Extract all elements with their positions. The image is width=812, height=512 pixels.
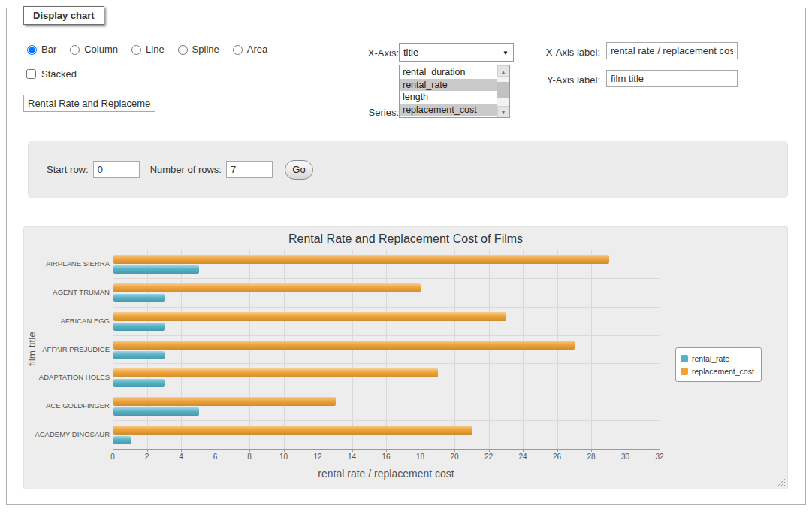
gridline [660, 250, 660, 449]
x-axis-label-field-label: X-Axis label: [525, 47, 600, 58]
x-tick-label: 22 [474, 453, 504, 461]
resize-handle-icon[interactable] [777, 478, 785, 486]
legend-item[interactable]: replacement_cost [681, 365, 754, 377]
x-tick-label: 16 [371, 453, 401, 461]
chart-title: Rental Rate and Replacement Cost of Film… [24, 232, 787, 246]
bar-replacement_cost [113, 397, 336, 406]
gridline [113, 420, 660, 421]
rows-panel: Start row: Number of rows: Go [28, 141, 788, 198]
series-option[interactable]: rental_duration [400, 66, 497, 79]
y-axis-label-field-label: Y-Axis label: [525, 74, 600, 86]
chart-type-line-label: Line [146, 44, 165, 55]
chart-type-area[interactable]: Area [229, 43, 267, 55]
bar-replacement_cost [113, 368, 438, 377]
x-tick-label: 32 [644, 453, 675, 461]
gridline [626, 250, 626, 449]
series-field-label: Series: [337, 107, 399, 118]
gridline [113, 392, 660, 392]
gridline [113, 307, 660, 308]
scroll-up-icon[interactable]: ▲ [497, 65, 509, 77]
x-axis-field-label: X-Axis: [337, 47, 399, 59]
x-axis-select[interactable]: title [400, 44, 513, 61]
chart-type-line-radio[interactable] [131, 45, 141, 55]
gridline [113, 250, 660, 250]
x-tick-label: 20 [439, 453, 469, 461]
category-label: AFRICAN EGG [26, 317, 110, 325]
x-tick-label: 6 [201, 453, 231, 461]
x-axis-line [113, 449, 660, 450]
bar-replacement_cost [113, 255, 609, 264]
category-label: AGENT TRUMAN [26, 288, 110, 296]
x-tick-label: 4 [166, 453, 196, 461]
bar-rental_rate [113, 351, 165, 359]
category-label: ADAPTATION HOLES [26, 373, 110, 381]
legend-swatch [681, 355, 688, 362]
series-listbox-scrollbar[interactable]: ▲ ▼ [497, 65, 509, 117]
axis-tick [660, 449, 660, 452]
chart-type-column[interactable]: Column [66, 43, 118, 55]
chart-type-bar-label: Bar [41, 44, 56, 55]
series-option[interactable]: replacement_cost [400, 104, 497, 117]
x-tick-label: 14 [337, 453, 367, 461]
category-label: ACE GOLDFINGER [26, 401, 110, 410]
chart-type-bar[interactable]: Bar [23, 43, 56, 55]
legend-label: rental_rate [692, 354, 729, 363]
x-tick-label: 24 [508, 453, 538, 461]
legend-item[interactable]: rental_rate [681, 352, 754, 365]
series-listbox-options: rental_durationrental_ratelengthreplacem… [400, 65, 497, 117]
scroll-down-icon[interactable]: ▼ [497, 106, 509, 117]
chart-type-spline-label: Spline [192, 44, 219, 55]
bar-rental_rate [113, 294, 165, 302]
chart-type-area-label: Area [247, 44, 267, 55]
x-tick-label: 8 [234, 453, 264, 461]
series-option[interactable]: rental_rate [400, 79, 497, 92]
x-axis-title: rental rate / replacement cost [113, 468, 660, 480]
x-tick-label: 0 [98, 453, 128, 461]
x-tick-label: 18 [406, 453, 436, 461]
bar-replacement_cost [113, 312, 506, 321]
x-tick-label: 2 [132, 453, 162, 461]
gridline [591, 250, 592, 449]
display-chart-panel: Display chart Bar Column Line Spline Are… [6, 8, 806, 505]
chart-type-spline-radio[interactable] [178, 45, 188, 55]
chart-type-bar-radio[interactable] [27, 45, 37, 55]
bar-rental_rate [113, 436, 131, 444]
chart-title-input[interactable] [23, 95, 155, 112]
x-tick-label: 28 [576, 453, 606, 461]
bar-replacement_cost [113, 426, 472, 435]
x-tick-label: 30 [611, 453, 641, 461]
x-tick-label: 10 [269, 453, 299, 461]
chart-type-group: Bar Column Line Spline Area [23, 43, 267, 55]
x-axis-select-box: title ▼ [399, 43, 514, 62]
bar-rental_rate [113, 407, 199, 416]
bar-replacement_cost [113, 341, 575, 350]
chart-panel: Rental Rate and Replacement Cost of Film… [23, 226, 788, 489]
chart-type-spline[interactable]: Spline [174, 43, 219, 55]
series-option[interactable]: length [400, 91, 497, 104]
stacked-checkbox[interactable] [26, 69, 36, 79]
stacked-option[interactable]: Stacked [23, 67, 77, 81]
x-tick-label: 26 [542, 453, 572, 461]
scrollbar-thumb[interactable] [497, 82, 509, 98]
plot-area [113, 250, 660, 449]
chart-type-line[interactable]: Line [128, 43, 165, 55]
chart-legend: rental_ratereplacement_cost [675, 347, 762, 382]
category-label: ACADEMY DINOSAUR [26, 430, 110, 438]
legend-label: replacement_cost [692, 367, 754, 376]
bar-replacement_cost [113, 283, 421, 292]
y-axis-label-input[interactable] [606, 70, 738, 87]
gridline [113, 278, 660, 279]
chart-type-column-radio[interactable] [70, 45, 80, 55]
go-button[interactable]: Go [285, 160, 313, 180]
series-listbox[interactable]: rental_durationrental_ratelengthreplacem… [399, 65, 510, 118]
num-rows-label: Number of rows: [150, 164, 222, 175]
start-row-label: Start row: [47, 164, 89, 175]
gridline [113, 335, 660, 336]
num-rows-input[interactable] [226, 161, 273, 178]
x-axis-label-input[interactable] [606, 42, 738, 59]
bar-rental_rate [113, 379, 165, 387]
chart-type-area-radio[interactable] [233, 45, 243, 55]
start-row-input[interactable] [93, 161, 140, 178]
chart-type-column-label: Column [84, 44, 118, 55]
bar-rental_rate [113, 323, 165, 331]
